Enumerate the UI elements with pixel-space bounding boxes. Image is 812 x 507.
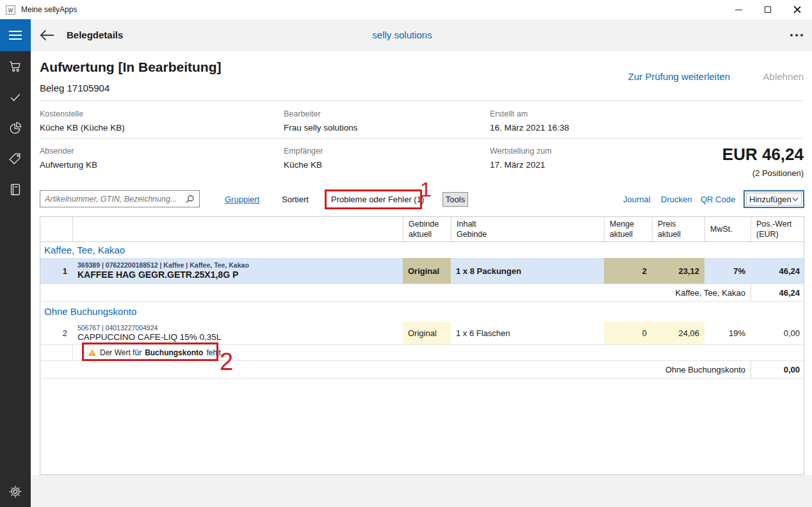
search-input[interactable] (40, 195, 185, 204)
gear-icon (8, 485, 22, 499)
tag-icon (8, 152, 22, 166)
tools-button[interactable]: Tools (443, 192, 468, 207)
meta-label-empfaenger: Empfänger (284, 147, 323, 156)
warning-text-prefix: Der Wert für (100, 348, 142, 357)
warning-icon (88, 348, 97, 357)
chevron-down-icon (792, 197, 799, 202)
row-wert: 0,00 (751, 322, 805, 344)
qr-code-link[interactable]: QR Code (701, 195, 735, 204)
document-position-count: (2 Positionen) (752, 168, 804, 178)
meta-label-kostenstelle: Kostenstelle (40, 109, 83, 118)
print-link[interactable]: Drucken (661, 195, 692, 204)
meta-value-bearbeiter: Frau selly solutions (284, 123, 358, 133)
pie-chart-icon (8, 121, 22, 135)
sidebar-item-offers[interactable] (8, 152, 22, 166)
sorted-toggle[interactable]: Sortiert (282, 195, 309, 204)
search-icon[interactable] (185, 194, 195, 204)
row-preis: 23,12 (652, 258, 704, 284)
grouped-toggle[interactable]: Gruppiert (225, 195, 259, 204)
subtotal-label: Kaffee, Tee, Kakao (40, 284, 751, 301)
document-total: EUR 46,24 (722, 145, 804, 165)
group-header-ohne-buchungskonto: Ohne Buchungskonto (44, 306, 136, 317)
book-icon (8, 182, 22, 197)
meta-value-erstellt: 16. März 2021 16:38 (490, 123, 569, 133)
row-inhalt: 1 x 6 Flaschen (451, 322, 604, 344)
warning-text-suffix: fehlt. (206, 348, 223, 357)
sidebar-item-journal[interactable] (8, 182, 22, 197)
row-position: 2 (40, 322, 72, 344)
col-header-pos (40, 217, 72, 241)
col-header-menge: Menge aktuell (604, 217, 652, 241)
meta-label-absender: Absender (40, 147, 74, 156)
row-menge: 2 (604, 258, 652, 284)
row-mwst: 7% (704, 258, 751, 284)
row-position: 1 (40, 258, 72, 284)
header-divider (40, 241, 804, 242)
divider (72, 344, 73, 360)
more-options-button[interactable] (785, 26, 806, 45)
meta-label-wertstellung: Wertstellung zum (490, 147, 551, 156)
sidebar-item-reports[interactable] (8, 121, 22, 135)
row-warning: Der Wert für Buchungskonto fehlt. (88, 347, 223, 358)
window-title: Meine sellyApps (21, 5, 77, 14)
app-icon: w (6, 5, 15, 15)
row-description: 369389 | 07622200188512 | Kaffee | Kaffe… (72, 258, 403, 284)
row-gebinde: Original (403, 322, 451, 344)
close-icon (793, 6, 801, 13)
hamburger-menu-button[interactable] (0, 19, 31, 51)
footer-strip (31, 475, 812, 507)
meta-value-kostenstelle: Küche KB (Küche KB) (40, 123, 125, 133)
journal-link[interactable]: Journal (623, 195, 651, 204)
positions-table: Gebinde aktuell Inhalt Gebinde Menge akt… (40, 216, 804, 475)
maximize-icon (765, 6, 771, 13)
row-mwst: 19% (704, 322, 751, 344)
meta-label-erstellt: Erstellt am (490, 109, 528, 118)
row-article-name: CAPPUCCINO CAFE-LIQ 15% 0,35L (77, 332, 403, 342)
forward-for-review-button[interactable]: Zur Prüfung weiterleiten (628, 71, 730, 82)
col-header-inhalt: Inhalt Gebinde (451, 217, 604, 241)
col-header-gebinde: Gebinde aktuell (403, 217, 451, 241)
sidebar-item-approvals[interactable] (8, 90, 22, 104)
divider (40, 301, 804, 302)
add-dropdown-label: Hinzufügen (749, 195, 792, 204)
minimize-icon (735, 10, 742, 10)
sidebar-item-cart[interactable] (8, 60, 22, 74)
cart-icon (8, 60, 22, 74)
minimize-button[interactable] (724, 0, 753, 19)
window-titlebar: w Meine sellyApps (0, 0, 812, 19)
subtotal-value: 0,00 (751, 361, 805, 378)
col-header-preis: Preis aktuell (652, 217, 704, 241)
article-search-box (40, 190, 200, 207)
warning-text-field: Buchungskonto (145, 348, 203, 357)
table-row[interactable]: 2 506767 | 04013227004924 CAPPUCCINO CAF… (40, 322, 804, 344)
more-options-icon (790, 34, 793, 36)
meta-label-bearbeiter: Bearbeiter (284, 109, 321, 118)
reject-button[interactable]: Ablehnen (763, 71, 804, 82)
divider (40, 138, 804, 139)
row-wert: 46,24 (751, 258, 805, 284)
add-dropdown[interactable]: Hinzufügen (743, 190, 804, 208)
group-header-kaffee: Kaffee, Tee, Kakao (44, 245, 125, 255)
col-header-mwst: MwSt. (704, 217, 751, 241)
navigation-sidebar (0, 51, 31, 507)
document-number: Beleg 17105904 (40, 83, 110, 93)
row-article-info: 369389 | 07622200188512 | Kaffee | Kaffe… (77, 261, 403, 269)
table-row[interactable]: 1 369389 | 07622200188512 | Kaffee | Kaf… (40, 258, 804, 284)
row-preis: 24,06 (652, 322, 704, 344)
col-header-description (72, 217, 403, 241)
divider (40, 101, 804, 101)
close-button[interactable] (783, 0, 812, 19)
meta-value-wertstellung: 17. März 2021 (490, 160, 545, 170)
divider (40, 344, 804, 345)
subtotal-label: Ohne Buchungskonto (40, 361, 751, 378)
divider (40, 378, 804, 379)
meta-value-absender: Aufwertung KB (40, 160, 97, 170)
row-description: 506767 | 04013227004924 CAPPUCCINO CAFE-… (72, 322, 403, 344)
row-gebinde: Original (403, 258, 451, 284)
col-header-wert: Pos.-Wert (EUR) (751, 217, 805, 241)
problems-errors-toggle[interactable]: Probleme oder Fehler (1) (331, 195, 424, 204)
row-article-info: 506767 | 04013227004924 (77, 324, 403, 332)
maximize-button[interactable] (753, 0, 783, 19)
row-menge: 0 (604, 322, 652, 344)
sidebar-item-settings[interactable] (8, 485, 22, 499)
